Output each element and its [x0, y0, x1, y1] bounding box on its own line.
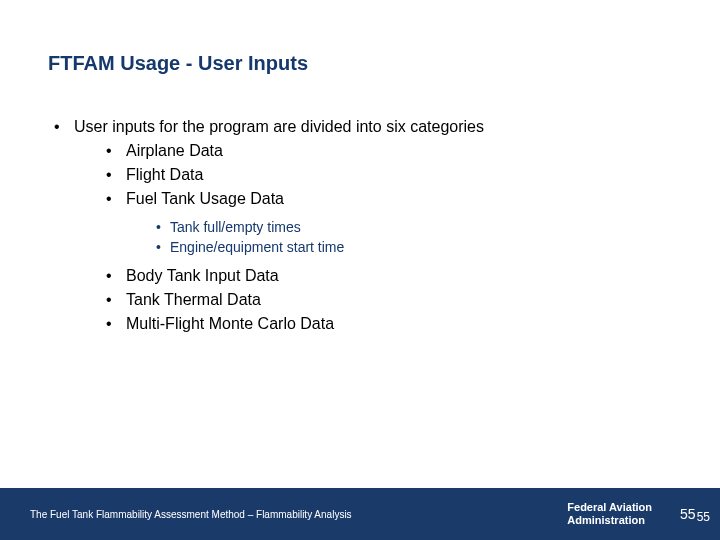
list-item: • Tank Thermal Data [74, 288, 648, 312]
bullet-list-level2: • Body Tank Input Data • Tank Thermal Da… [74, 264, 648, 336]
bullet-icon: • [100, 288, 126, 312]
list-item-text: Fuel Tank Usage Data [126, 187, 648, 211]
bullet-icon: • [100, 264, 126, 288]
list-item: • Tank full/empty times [74, 217, 648, 237]
bullet-list-level1: • User inputs for the program are divide… [48, 115, 648, 336]
list-item: • Engine/equipment start time [74, 237, 648, 257]
bullet-list-level3: • Tank full/empty times • Engine/equipme… [74, 217, 648, 258]
list-item-text: Airplane Data [126, 139, 648, 163]
list-item: • Body Tank Input Data [74, 264, 648, 288]
bullet-icon: • [100, 139, 126, 163]
list-item: • Flight Data [74, 163, 648, 187]
bullet-icon: • [152, 237, 170, 257]
page-number-b: 55 [697, 510, 710, 524]
list-item-text: User inputs for the program are divided … [74, 118, 484, 135]
bullet-icon: • [48, 115, 74, 336]
bullet-icon: • [152, 217, 170, 237]
footer-organization: Federal Aviation Administration [567, 501, 680, 527]
list-item-content: User inputs for the program are divided … [74, 115, 648, 336]
bullet-list-level2: • Airplane Data • Flight Data • Fuel Tan… [74, 139, 648, 211]
list-item: • Multi-Flight Monte Carlo Data [74, 312, 648, 336]
page-number-a: 55 [680, 506, 696, 522]
footer-title: The Fuel Tank Flammability Assessment Me… [0, 509, 567, 520]
footer-org-line1: Federal Aviation [567, 501, 652, 514]
list-item-text: Body Tank Input Data [126, 264, 648, 288]
list-item: • User inputs for the program are divide… [48, 115, 648, 336]
footer-bar: The Fuel Tank Flammability Assessment Me… [0, 488, 720, 540]
footer-org-line2: Administration [567, 514, 652, 527]
slide-title: FTFAM Usage - User Inputs [48, 52, 308, 75]
bullet-icon: • [100, 163, 126, 187]
bullet-icon: • [100, 312, 126, 336]
slide-body: • User inputs for the program are divide… [48, 115, 648, 336]
list-item: • Fuel Tank Usage Data [74, 187, 648, 211]
page-number: 55 55 [680, 506, 720, 522]
list-item-text: Multi-Flight Monte Carlo Data [126, 312, 648, 336]
list-item-text: Tank Thermal Data [126, 288, 648, 312]
bullet-icon: • [100, 187, 126, 211]
list-item-text: Tank full/empty times [170, 217, 648, 237]
slide: FTFAM Usage - User Inputs • User inputs … [0, 0, 720, 540]
list-item-text: Engine/equipment start time [170, 237, 648, 257]
list-item: • Airplane Data [74, 139, 648, 163]
list-item-text: Flight Data [126, 163, 648, 187]
